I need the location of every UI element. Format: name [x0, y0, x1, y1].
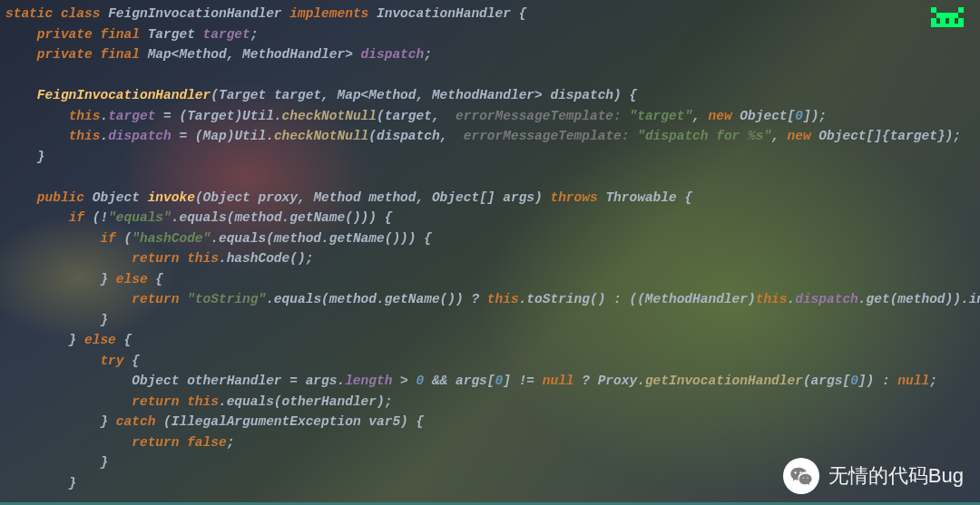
token-kw: private final	[37, 27, 148, 42]
svg-rect-6	[949, 18, 955, 24]
token-punct	[5, 354, 100, 368]
token-punct: (Object proxy, Method method, Object[] a…	[195, 190, 551, 205]
token-method: FeignInvocationHandler	[37, 88, 211, 102]
token-punct: ;	[227, 435, 235, 450]
token-punct	[5, 292, 132, 306]
code-line[interactable]: try {	[5, 351, 980, 372]
code-line[interactable]: return this.hashCode();	[5, 248, 980, 269]
token-str: "target"	[629, 109, 692, 123]
token-type: Object[	[740, 109, 795, 123]
token-punct: <Method, MethodHandler> dispatch) {	[361, 88, 638, 102]
code-line[interactable]: private final Map<Method, MethodHandler>…	[5, 44, 980, 65]
code-line[interactable]: }	[5, 310, 980, 331]
token-punct	[5, 435, 132, 450]
token-kw: if	[69, 210, 93, 225]
token-punct: {	[519, 6, 527, 21]
token-field: length	[345, 374, 392, 388]
token-punct: = (	[155, 109, 187, 123]
token-punct: >	[392, 374, 416, 388]
token-kw: private final	[37, 47, 148, 62]
token-type: Target	[219, 88, 274, 102]
watermark-text: 无情的代码Bug	[828, 466, 964, 487]
token-paramlabel: errorMessageTemplate:	[464, 129, 637, 143]
token-paramlabel: errorMessageTemplate:	[456, 109, 629, 123]
code-line[interactable]: public Object invoke(Object proxy, Metho…	[5, 188, 980, 209]
code-line[interactable]: return false;	[5, 432, 980, 453]
token-kw: throws	[550, 190, 605, 205]
svg-rect-0	[931, 7, 936, 13]
token-kw: new	[788, 129, 819, 143]
svg-rect-2	[936, 13, 958, 18]
token-type: Map	[203, 129, 227, 143]
token-kw: null	[897, 374, 929, 388]
token-type: MethodHandler	[645, 292, 748, 306]
token-punct: {	[132, 354, 140, 368]
token-kw: this	[69, 129, 101, 143]
token-kw: return	[132, 292, 187, 306]
token-punct: (	[211, 88, 219, 102]
token-punct: (target,	[377, 109, 456, 123]
code-line[interactable]	[5, 167, 980, 188]
token-punct: {	[124, 333, 132, 347]
code-editor-viewport[interactable]: static class FeignInvocationHandler impl…	[0, 0, 980, 493]
token-punct	[5, 190, 37, 205]
token-punct: {	[155, 272, 163, 286]
token-str: "equals"	[108, 210, 172, 225]
token-punct: .	[100, 109, 108, 123]
token-punct: .	[788, 292, 796, 306]
code-line[interactable]: FeignInvocationHandler(Target target, Ma…	[5, 85, 980, 106]
token-kw: else	[84, 333, 124, 347]
token-punct: }	[5, 476, 76, 490]
code-line[interactable]: if (!"equals".equals(method.getName())) …	[5, 208, 980, 228]
token-methodcall: checkNotNull	[282, 109, 377, 123]
token-punct: ;	[250, 27, 259, 42]
token-field: dispatch	[795, 292, 858, 306]
token-kw: return this	[132, 251, 219, 266]
token-type: Throwable	[605, 190, 684, 205]
token-punct: .toString() : ((	[519, 292, 645, 306]
token-punct: ;	[424, 47, 432, 62]
wechat-icon	[783, 458, 819, 494]
code-line[interactable]	[5, 65, 980, 86]
code-line[interactable]: if ("hashCode".equals(method.getName()))…	[5, 228, 980, 249]
token-punct: .	[100, 129, 108, 143]
token-punct: .hashCode();	[219, 251, 313, 266]
code-line[interactable]: } else {	[5, 330, 980, 351]
token-punct	[5, 109, 69, 123]
token-punct	[5, 68, 14, 83]
code-line[interactable]: private final Target target;	[5, 24, 980, 45]
token-field: target	[203, 27, 250, 42]
token-kw: this	[69, 109, 101, 123]
token-punct: .get(method)).invoke(args	[858, 292, 980, 306]
token-kw: null	[543, 374, 583, 388]
token-punct: }	[5, 150, 45, 164]
token-punct	[5, 27, 37, 42]
token-type: Target	[187, 109, 234, 123]
token-kw: new	[709, 109, 740, 123]
code-line[interactable]: this.dispatch = (Map)Util.checkNotNull(d…	[5, 126, 980, 147]
token-punct: )Util.	[227, 129, 274, 143]
token-kw: else	[116, 272, 156, 286]
code-line[interactable]: }	[5, 147, 980, 168]
token-cls: target,	[274, 88, 338, 102]
token-punct: .equals(method.getName())) {	[172, 210, 393, 225]
code-line[interactable]: return this.equals(otherHandler);	[5, 392, 980, 413]
watermark: 无情的代码Bug	[783, 458, 964, 494]
token-kw: if	[100, 231, 123, 246]
token-kw: public	[37, 190, 93, 205]
token-punct: ] !=	[503, 374, 543, 388]
token-punct: }	[5, 313, 108, 327]
code-line[interactable]: Object otherHandler = args.length > 0 &&…	[5, 371, 980, 392]
code-line[interactable]: static class FeignInvocationHandler impl…	[5, 4, 980, 24]
code-line[interactable]: } else {	[5, 269, 980, 290]
token-punct: {target});	[882, 129, 961, 143]
token-type: Object	[93, 190, 148, 205]
svg-rect-5	[940, 18, 946, 24]
code-line[interactable]: return "toString".equals(method.getName(…	[5, 289, 980, 310]
svg-rect-1	[958, 7, 964, 13]
token-str: "dispatch for %s"	[637, 129, 771, 143]
code-line[interactable]: this.target = (Target)Util.checkNotNull(…	[5, 106, 980, 127]
code-line[interactable]: } catch (IllegalArgumentException var5) …	[5, 412, 980, 432]
token-field: target	[108, 109, 155, 123]
token-punct: ]);	[803, 109, 827, 123]
